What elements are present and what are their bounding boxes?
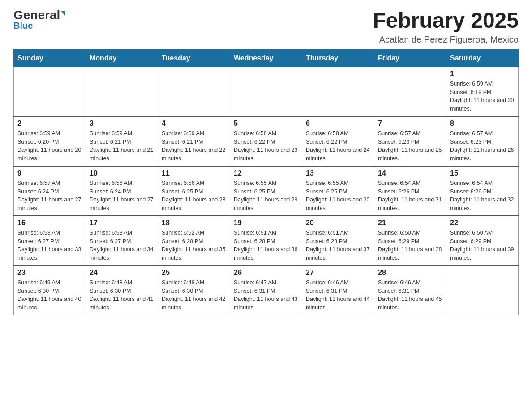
day-number: 24 — [90, 269, 154, 277]
day-number: 1 — [450, 70, 515, 78]
day-info: Sunrise: 6:53 AM Sunset: 6:27 PM Dayligh… — [90, 229, 154, 262]
day-number: 22 — [450, 219, 515, 227]
day-info: Sunrise: 6:56 AM Sunset: 6:24 PM Dayligh… — [90, 179, 154, 213]
day-info: Sunrise: 6:59 AM Sunset: 6:21 PM Dayligh… — [162, 129, 226, 163]
calendar-cell: 22Sunrise: 6:50 AM Sunset: 6:29 PM Dayli… — [446, 216, 519, 265]
calendar-cell: 12Sunrise: 6:55 AM Sunset: 6:25 PM Dayli… — [230, 166, 302, 216]
calendar-cell: 6Sunrise: 6:58 AM Sunset: 6:22 PM Daylig… — [302, 116, 374, 166]
day-number: 5 — [234, 120, 298, 128]
calendar-cell: 3Sunrise: 6:59 AM Sunset: 6:21 PM Daylig… — [86, 116, 158, 166]
calendar-cell: 7Sunrise: 6:57 AM Sunset: 6:23 PM Daylig… — [374, 116, 446, 166]
calendar-week-row: 16Sunrise: 6:53 AM Sunset: 6:27 PM Dayli… — [14, 216, 519, 265]
day-number: 6 — [306, 120, 370, 128]
calendar-cell: 17Sunrise: 6:53 AM Sunset: 6:27 PM Dayli… — [86, 216, 158, 265]
calendar-header-sunday: Sunday — [14, 49, 86, 67]
calendar-cell — [14, 67, 86, 116]
day-info: Sunrise: 6:55 AM Sunset: 6:25 PM Dayligh… — [234, 179, 298, 213]
day-info: Sunrise: 6:59 AM Sunset: 6:21 PM Dayligh… — [90, 129, 154, 163]
location-subtitle: Acatlan de Perez Figueroa, Mexico — [373, 34, 519, 45]
day-number: 10 — [90, 169, 154, 177]
day-info: Sunrise: 6:53 AM Sunset: 6:27 PM Dayligh… — [17, 229, 82, 262]
calendar-cell: 27Sunrise: 6:46 AM Sunset: 6:31 PM Dayli… — [302, 265, 374, 315]
day-info: Sunrise: 6:57 AM Sunset: 6:23 PM Dayligh… — [450, 129, 515, 163]
calendar-cell: 19Sunrise: 6:51 AM Sunset: 6:28 PM Dayli… — [230, 216, 302, 265]
calendar-cell: 10Sunrise: 6:56 AM Sunset: 6:24 PM Dayli… — [86, 166, 158, 216]
day-info: Sunrise: 6:58 AM Sunset: 6:22 PM Dayligh… — [234, 129, 298, 163]
calendar-header-monday: Monday — [86, 49, 158, 67]
calendar-cell: 11Sunrise: 6:56 AM Sunset: 6:25 PM Dayli… — [158, 166, 230, 216]
calendar-cell: 15Sunrise: 6:54 AM Sunset: 6:26 PM Dayli… — [446, 166, 519, 216]
month-year-title: February 2025 — [373, 9, 519, 33]
day-number: 14 — [378, 169, 442, 177]
day-info: Sunrise: 6:56 AM Sunset: 6:25 PM Dayligh… — [162, 179, 226, 213]
day-number: 4 — [162, 120, 226, 128]
calendar-cell: 9Sunrise: 6:57 AM Sunset: 6:24 PM Daylig… — [14, 166, 86, 216]
day-info: Sunrise: 6:59 AM Sunset: 6:20 PM Dayligh… — [17, 129, 82, 163]
calendar-cell: 13Sunrise: 6:55 AM Sunset: 6:25 PM Dayli… — [302, 166, 374, 216]
day-number: 2 — [17, 120, 82, 128]
calendar-cell: 14Sunrise: 6:54 AM Sunset: 6:26 PM Dayli… — [374, 166, 446, 216]
calendar-week-row: 23Sunrise: 6:49 AM Sunset: 6:30 PM Dayli… — [14, 265, 519, 315]
day-number: 23 — [17, 269, 82, 277]
calendar-cell: 21Sunrise: 6:50 AM Sunset: 6:29 PM Dayli… — [374, 216, 446, 265]
day-info: Sunrise: 6:54 AM Sunset: 6:26 PM Dayligh… — [378, 179, 442, 213]
day-number: 9 — [17, 169, 82, 177]
calendar-header-row: SundayMondayTuesdayWednesdayThursdayFrid… — [14, 49, 519, 67]
day-number: 19 — [234, 219, 298, 227]
calendar-cell: 28Sunrise: 6:46 AM Sunset: 6:31 PM Dayli… — [374, 265, 446, 315]
logo-triangle-icon — [61, 11, 65, 16]
day-number: 26 — [234, 269, 298, 277]
day-info: Sunrise: 6:59 AM Sunset: 6:19 PM Dayligh… — [450, 80, 515, 113]
calendar-header-saturday: Saturday — [446, 49, 519, 67]
calendar-week-row: 9Sunrise: 6:57 AM Sunset: 6:24 PM Daylig… — [14, 166, 519, 216]
calendar-header-wednesday: Wednesday — [230, 49, 302, 67]
calendar-cell: 18Sunrise: 6:52 AM Sunset: 6:28 PM Dayli… — [158, 216, 230, 265]
calendar-cell — [374, 67, 446, 116]
day-info: Sunrise: 6:57 AM Sunset: 6:24 PM Dayligh… — [17, 179, 82, 213]
day-number: 18 — [162, 219, 226, 227]
calendar-cell: 16Sunrise: 6:53 AM Sunset: 6:27 PM Dayli… — [14, 216, 86, 265]
calendar-header-tuesday: Tuesday — [158, 49, 230, 67]
day-info: Sunrise: 6:49 AM Sunset: 6:30 PM Dayligh… — [17, 278, 82, 312]
calendar-cell: 4Sunrise: 6:59 AM Sunset: 6:21 PM Daylig… — [158, 116, 230, 166]
day-info: Sunrise: 6:46 AM Sunset: 6:31 PM Dayligh… — [378, 278, 442, 312]
day-info: Sunrise: 6:58 AM Sunset: 6:22 PM Dayligh… — [306, 129, 370, 163]
calendar-cell: 1Sunrise: 6:59 AM Sunset: 6:19 PM Daylig… — [446, 67, 519, 116]
day-info: Sunrise: 6:48 AM Sunset: 6:30 PM Dayligh… — [162, 278, 226, 312]
day-number: 11 — [162, 169, 226, 177]
day-number: 13 — [306, 169, 370, 177]
day-number: 3 — [90, 120, 154, 128]
calendar-cell: 26Sunrise: 6:47 AM Sunset: 6:31 PM Dayli… — [230, 265, 302, 315]
calendar-cell: 25Sunrise: 6:48 AM Sunset: 6:30 PM Dayli… — [158, 265, 230, 315]
calendar-week-row: 1Sunrise: 6:59 AM Sunset: 6:19 PM Daylig… — [14, 67, 519, 116]
day-info: Sunrise: 6:55 AM Sunset: 6:25 PM Dayligh… — [306, 179, 370, 213]
calendar-cell: 5Sunrise: 6:58 AM Sunset: 6:22 PM Daylig… — [230, 116, 302, 166]
day-info: Sunrise: 6:52 AM Sunset: 6:28 PM Dayligh… — [162, 229, 226, 262]
calendar-header-thursday: Thursday — [302, 49, 374, 67]
calendar-cell: 24Sunrise: 6:48 AM Sunset: 6:30 PM Dayli… — [86, 265, 158, 315]
day-info: Sunrise: 6:57 AM Sunset: 6:23 PM Dayligh… — [378, 129, 442, 163]
calendar-week-row: 2Sunrise: 6:59 AM Sunset: 6:20 PM Daylig… — [14, 116, 519, 166]
calendar-header-friday: Friday — [374, 49, 446, 67]
logo-text: General — [13, 9, 65, 21]
day-info: Sunrise: 6:51 AM Sunset: 6:28 PM Dayligh… — [306, 229, 370, 262]
logo-blue-text: Blue — [13, 21, 33, 31]
calendar-cell — [86, 67, 158, 116]
day-info: Sunrise: 6:50 AM Sunset: 6:29 PM Dayligh… — [378, 229, 442, 262]
calendar-cell — [302, 67, 374, 116]
title-block: February 2025 Acatlan de Perez Figueroa,… — [373, 9, 519, 45]
page-header: General Blue February 2025 Acatlan de Pe… — [13, 9, 519, 45]
day-number: 21 — [378, 219, 442, 227]
day-info: Sunrise: 6:46 AM Sunset: 6:31 PM Dayligh… — [306, 278, 370, 312]
day-info: Sunrise: 6:47 AM Sunset: 6:31 PM Dayligh… — [234, 278, 298, 312]
day-number: 28 — [378, 269, 442, 277]
day-number: 17 — [90, 219, 154, 227]
day-number: 20 — [306, 219, 370, 227]
day-number: 25 — [162, 269, 226, 277]
calendar-cell: 2Sunrise: 6:59 AM Sunset: 6:20 PM Daylig… — [14, 116, 86, 166]
day-number: 12 — [234, 169, 298, 177]
day-number: 27 — [306, 269, 370, 277]
day-number: 7 — [378, 120, 442, 128]
day-info: Sunrise: 6:50 AM Sunset: 6:29 PM Dayligh… — [450, 229, 515, 262]
calendar-cell: 8Sunrise: 6:57 AM Sunset: 6:23 PM Daylig… — [446, 116, 519, 166]
